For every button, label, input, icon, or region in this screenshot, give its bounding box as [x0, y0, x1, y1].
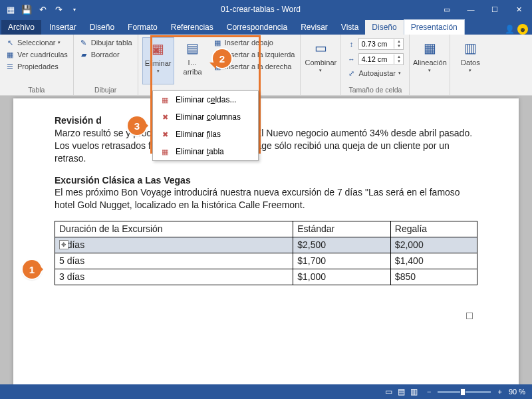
- save-icon[interactable]: 💾: [21, 4, 32, 15]
- tab-insertar[interactable]: Insertar: [43, 20, 83, 35]
- merge-icon: ▭: [311, 39, 330, 57]
- pencil-icon: ✎: [79, 38, 88, 47]
- zoom-level[interactable]: 90 %: [509, 388, 525, 396]
- menu-eliminar-filas[interactable]: ✖Eliminar filas: [153, 126, 258, 143]
- ribbon-options-icon[interactable]: ▭: [436, 3, 458, 16]
- delete-table-icon: ▦✖: [149, 39, 168, 58]
- page[interactable]: Revisión d--- --- Marzo resultó se y pro…: [13, 98, 519, 384]
- group-tabla-label: Tabla: [4, 84, 69, 94]
- view-buttons[interactable]: ▭▤▥: [382, 387, 420, 396]
- table-resize-handle[interactable]: [466, 313, 473, 319]
- heading-1: Revisión d: [55, 115, 102, 126]
- tab-diseno[interactable]: Diseño: [83, 20, 121, 35]
- group-datos: ▥ Datos▾: [450, 35, 490, 95]
- maximize-button[interactable]: ☐: [484, 3, 505, 16]
- tab-presentacion[interactable]: Presentación: [404, 19, 465, 35]
- insert-above-icon: ▤: [184, 39, 202, 57]
- ancho-col-input[interactable]: ▲▼: [358, 53, 404, 65]
- heading-2: Excursión Clásica a Las Vegas: [55, 174, 477, 187]
- insert-below-icon: ▦: [213, 38, 222, 47]
- table-move-handle[interactable]: ✥: [59, 240, 68, 249]
- paragraph-1: Marzo resultó se y productivo para Bon V…: [55, 127, 477, 165]
- datos-button[interactable]: ▥ Datos▾: [454, 37, 486, 84]
- group-alineacion: ▦ Alineación▾: [410, 35, 450, 95]
- tab-vista[interactable]: Vista: [334, 20, 365, 35]
- autofit-icon: ⤢: [346, 68, 356, 78]
- table-row: 3 días $1,000 $850: [55, 269, 477, 285]
- menu-eliminar-tabla[interactable]: ▦Eliminar tabla: [153, 143, 258, 160]
- undo-icon[interactable]: ↶: [37, 4, 48, 15]
- table-row: 7 días $2,500 $2,000: [55, 237, 477, 253]
- zoom-out-button[interactable]: −: [427, 388, 431, 396]
- tab-revisar[interactable]: Revisar: [294, 20, 334, 35]
- tab-correspondencia[interactable]: Correspondencia: [220, 20, 294, 35]
- minimize-button[interactable]: ―: [460, 3, 481, 16]
- alineacion-button[interactable]: ▦ Alineación▾: [414, 37, 446, 84]
- properties-icon: ☰: [5, 62, 15, 71]
- document-area[interactable]: Revisión d--- --- Marzo resultó se y pro…: [0, 96, 532, 384]
- col-width-icon: ↔: [346, 55, 356, 64]
- tab-referencias[interactable]: Referencias: [164, 20, 220, 35]
- ver-cuadriculas-button[interactable]: ▦Ver cuadrículas: [4, 49, 69, 60]
- delete-table-icon: ▦: [160, 146, 170, 157]
- table-row: 5 días $1,700 $1,400: [55, 253, 477, 269]
- seleccionar-button[interactable]: ↖Seleccionar ▾: [4, 37, 69, 48]
- word-app-icon: ▦: [5, 4, 16, 15]
- title-bar: ▦ 💾 ↶ ↷ ▾ 01-crear-tablas - Word ▭ ― ☐ ✕: [0, 0, 532, 19]
- combinar-button[interactable]: ▭ Combinar▾: [305, 37, 336, 84]
- group-tamano-label: Tamaño de celda: [345, 84, 405, 94]
- pointer-icon: ↖: [5, 38, 15, 47]
- insertar-arriba-button[interactable]: ▤ I… arriba: [177, 37, 209, 84]
- print-layout-icon: ▤: [395, 387, 408, 396]
- tab-diseno-2[interactable]: Diseño: [365, 20, 403, 35]
- insertar-debajo-button[interactable]: ▦Insertar debajo: [211, 37, 297, 48]
- web-layout-icon: ▥: [408, 387, 420, 396]
- alto-fila-input[interactable]: ▲▼: [358, 38, 404, 50]
- align-icon: ▦: [420, 39, 439, 57]
- zoom-slider[interactable]: [438, 391, 491, 393]
- group-tamano: ↕ ▲▼ ↔ ▲▼ ⤢Autoajustar ▾ Tamaño de celda: [341, 35, 410, 95]
- document-title: 01-crear-tablas - Word: [85, 5, 436, 14]
- autoajustar-button[interactable]: ⤢Autoajustar ▾: [345, 68, 405, 78]
- delete-columns-icon: ✖: [160, 112, 170, 122]
- callout-3: 3: [128, 116, 146, 135]
- tab-file[interactable]: Archivo: [1, 20, 41, 35]
- group-tabla: ↖Seleccionar ▾ ▦Ver cuadrículas ☰Propied…: [0, 35, 74, 95]
- delete-cells-icon: ▦: [160, 94, 170, 105]
- callout-2: 2: [213, 49, 231, 68]
- paragraph-2: El mes próximo Bon Voyage introducirá nu…: [55, 186, 477, 211]
- zoom-in-button[interactable]: +: [497, 388, 501, 396]
- qat-more-icon[interactable]: ▾: [69, 4, 80, 15]
- propiedades-button[interactable]: ☰Propiedades: [4, 61, 69, 72]
- menu-eliminar-celdas[interactable]: ▦Eliminar celdas...: [153, 91, 258, 108]
- ribbon-tabs: Archivo Insertar Diseño Formato Referenc…: [0, 19, 532, 35]
- status-bar: ▭▤▥ − + 90 %: [0, 384, 532, 399]
- delete-rows-icon: ✖: [160, 129, 170, 140]
- prices-table[interactable]: Duración de la Excursión Estándar Regalí…: [55, 221, 477, 285]
- dibujar-tabla-button[interactable]: ✎Dibujar tabla: [78, 37, 134, 48]
- borrador-button[interactable]: ▰Borrador: [78, 49, 134, 60]
- data-icon: ▥: [461, 39, 479, 57]
- tab-formato[interactable]: Formato: [121, 20, 164, 35]
- eliminar-menu: ▦Eliminar celdas... ✖Eliminar columnas ✖…: [152, 90, 259, 161]
- eliminar-button[interactable]: ▦✖ Eliminar ▾: [142, 37, 174, 84]
- group-dibujar: ✎Dibujar tabla ▰Borrador Dibujar: [74, 35, 138, 95]
- menu-eliminar-columnas[interactable]: ✖Eliminar columnas: [153, 108, 258, 126]
- share-icon[interactable]: 👤: [505, 25, 515, 34]
- row-height-icon: ↕: [346, 39, 356, 49]
- group-dibujar-label: Dibujar: [78, 84, 134, 94]
- close-button[interactable]: ✕: [508, 3, 529, 16]
- redo-icon[interactable]: ↷: [53, 4, 64, 15]
- ribbon: ↖Seleccionar ▾ ▦Ver cuadrículas ☰Propied…: [0, 35, 532, 96]
- grid-icon: ▦: [5, 50, 15, 59]
- callout-1: 1: [23, 260, 41, 279]
- table-row: Duración de la Excursión Estándar Regalí…: [55, 221, 477, 237]
- group-combinar: ▭ Combinar▾: [301, 35, 341, 95]
- read-mode-icon: ▭: [382, 387, 395, 396]
- eraser-icon: ▰: [79, 50, 88, 59]
- feedback-icon[interactable]: ☻: [517, 24, 528, 35]
